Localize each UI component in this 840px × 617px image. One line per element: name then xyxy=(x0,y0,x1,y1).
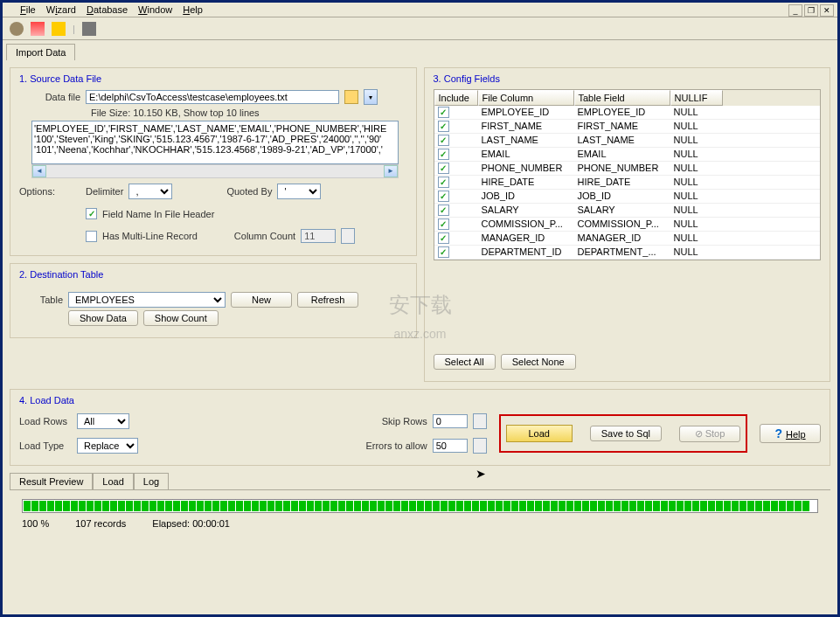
datafile-dropdown[interactable] xyxy=(364,89,378,105)
th-include[interactable]: Include xyxy=(434,90,478,106)
restore-button[interactable]: ❐ xyxy=(804,4,818,17)
include-checkbox[interactable] xyxy=(438,135,449,146)
table-row[interactable]: FIRST_NAMEFIRST_NAMENULL xyxy=(434,120,821,134)
menu-file[interactable]: File xyxy=(20,4,36,15)
th-nullif[interactable]: NULLIF xyxy=(670,90,723,106)
include-checkbox[interactable] xyxy=(438,232,449,244)
refresh-button[interactable]: Refresh xyxy=(297,292,358,308)
table-row[interactable]: EMAILEMAILNULL xyxy=(434,148,821,162)
include-checkbox[interactable] xyxy=(438,246,449,258)
options-label: Options: xyxy=(19,186,80,197)
help-button[interactable]: ?Help xyxy=(760,424,821,443)
fields-table: Include File Column Table Field NULLIF E… xyxy=(434,89,822,260)
selectnone-button[interactable]: Select None xyxy=(501,354,576,370)
config-title: 3. Config Fields xyxy=(434,73,822,84)
new-button[interactable]: New xyxy=(231,292,292,308)
group-load-data: 4. Load Data Load Rows All Skip Rows Loa… xyxy=(10,389,830,466)
scroll-left-icon[interactable]: ◄ xyxy=(32,165,46,177)
table-label: Table xyxy=(19,295,63,305)
tab-import-data[interactable]: Import Data xyxy=(6,44,75,60)
table-row[interactable]: COMMISSION_P...COMMISSION_P...NULL xyxy=(434,218,821,232)
cell-filecolumn: JOB_ID xyxy=(478,190,574,203)
cell-filecolumn: EMAIL xyxy=(478,148,574,161)
showcount-button[interactable]: Show Count xyxy=(143,310,219,326)
menu-window[interactable]: Window xyxy=(138,4,172,15)
menu-help[interactable]: Help xyxy=(183,4,203,15)
preview-line: '101','Neena','Kochhar','NKOCHHAR','515.… xyxy=(34,144,396,155)
cell-filecolumn: LAST_NAME xyxy=(478,134,574,147)
showdata-button[interactable]: Show Data xyxy=(68,310,138,326)
include-checkbox[interactable] xyxy=(438,218,449,230)
include-checkbox[interactable] xyxy=(438,191,449,202)
cell-tablefield: HIRE_DATE xyxy=(574,176,670,189)
include-checkbox[interactable] xyxy=(438,177,449,188)
tool-icon-3[interactable] xyxy=(52,22,66,36)
colcount-input xyxy=(301,229,336,243)
delimiter-select[interactable]: , xyxy=(128,184,172,199)
loadtype-select[interactable]: Replace xyxy=(77,438,138,454)
cell-nullif: NULL xyxy=(670,120,723,133)
group-destination: 2. Destination Table Table EMPLOYEES New… xyxy=(10,263,417,338)
minimize-button[interactable]: _ xyxy=(788,4,802,17)
errors-spinner[interactable] xyxy=(473,438,487,454)
quoted-select[interactable]: ' xyxy=(277,184,321,199)
errors-label: Errors to allow xyxy=(365,440,427,451)
include-checkbox[interactable] xyxy=(438,205,449,216)
tab-result-preview[interactable]: Result Preview xyxy=(10,473,93,489)
table-row[interactable]: DEPARTMENT_IDDEPARTMENT_...NULL xyxy=(434,246,821,260)
th-tablefield[interactable]: Table Field xyxy=(574,90,670,106)
table-row[interactable]: PHONE_NUMBERPHONE_NUMBERNULL xyxy=(434,162,821,176)
field-header-checkbox[interactable] xyxy=(86,208,97,219)
tab-log[interactable]: Log xyxy=(134,473,169,489)
colcount-spinner[interactable] xyxy=(341,228,355,244)
cell-nullif: NULL xyxy=(670,134,723,147)
menu-wizard[interactable]: Wizard xyxy=(46,4,76,15)
datafile-label: Data file xyxy=(19,92,80,102)
cell-filecolumn: FIRST_NAME xyxy=(478,120,574,133)
table-row[interactable]: HIRE_DATEHIRE_DATENULL xyxy=(434,176,821,190)
skiprows-spinner[interactable] xyxy=(473,413,487,429)
save-sql-button[interactable]: Save to Sql xyxy=(590,426,662,441)
include-checkbox[interactable] xyxy=(438,107,449,118)
preview-scrollbar[interactable]: ◄ ► xyxy=(31,164,399,178)
include-checkbox[interactable] xyxy=(438,163,449,174)
menu-database[interactable]: Database xyxy=(87,4,128,15)
table-row[interactable]: JOB_IDJOB_IDNULL xyxy=(434,190,821,204)
tab-load[interactable]: Load xyxy=(93,473,133,489)
table-row[interactable]: LAST_NAMELAST_NAMENULL xyxy=(434,134,821,148)
table-row[interactable]: SALARYSALARYNULL xyxy=(434,204,821,218)
load-button[interactable]: Load xyxy=(506,425,573,442)
table-select[interactable]: EMPLOYEES xyxy=(68,292,226,308)
source-title: 1. Source Data File xyxy=(19,73,407,84)
cell-filecolumn: DEPARTMENT_ID xyxy=(478,246,574,259)
toolbar: | xyxy=(3,17,837,40)
delimiter-label: Delimiter xyxy=(86,186,123,197)
datafile-input[interactable] xyxy=(86,90,339,104)
skiprows-input[interactable] xyxy=(433,414,468,428)
cell-tablefield: LAST_NAME xyxy=(574,134,670,147)
table-row[interactable]: MANAGER_IDMANAGER_IDNULL xyxy=(434,232,821,246)
tool-icon-1[interactable] xyxy=(10,22,24,36)
cell-tablefield: DEPARTMENT_... xyxy=(574,246,670,259)
selectall-button[interactable]: Select All xyxy=(434,354,496,370)
cell-tablefield: FIRST_NAME xyxy=(574,120,670,133)
include-checkbox[interactable] xyxy=(438,149,449,160)
th-filecolumn[interactable]: File Column xyxy=(478,90,574,106)
multiline-checkbox[interactable] xyxy=(86,231,97,242)
colcount-label: Column Count xyxy=(234,231,295,241)
errors-input[interactable] xyxy=(433,439,468,453)
cell-nullif: NULL xyxy=(670,176,723,189)
tool-icon-4[interactable] xyxy=(82,22,96,36)
tool-icon-2[interactable] xyxy=(31,22,45,36)
preview-textarea[interactable]: 'EMPLOYEE_ID','FIRST_NAME','LAST_NAME','… xyxy=(31,121,399,164)
include-checkbox[interactable] xyxy=(438,121,449,132)
scroll-right-icon[interactable]: ► xyxy=(384,165,398,177)
loadtype-label: Load Type xyxy=(19,440,72,451)
loadrows-select[interactable]: All xyxy=(77,413,129,429)
browse-icon[interactable] xyxy=(344,90,358,104)
table-row[interactable]: EMPLOYEE_IDEMPLOYEE_IDNULL xyxy=(434,106,821,120)
main-tabstrip: Import Data xyxy=(3,40,837,60)
close-button[interactable]: ✕ xyxy=(820,4,834,17)
app-window: _ ❐ ✕ File Wizard Database Window Help |… xyxy=(0,0,840,617)
cell-tablefield: JOB_ID xyxy=(574,190,670,203)
